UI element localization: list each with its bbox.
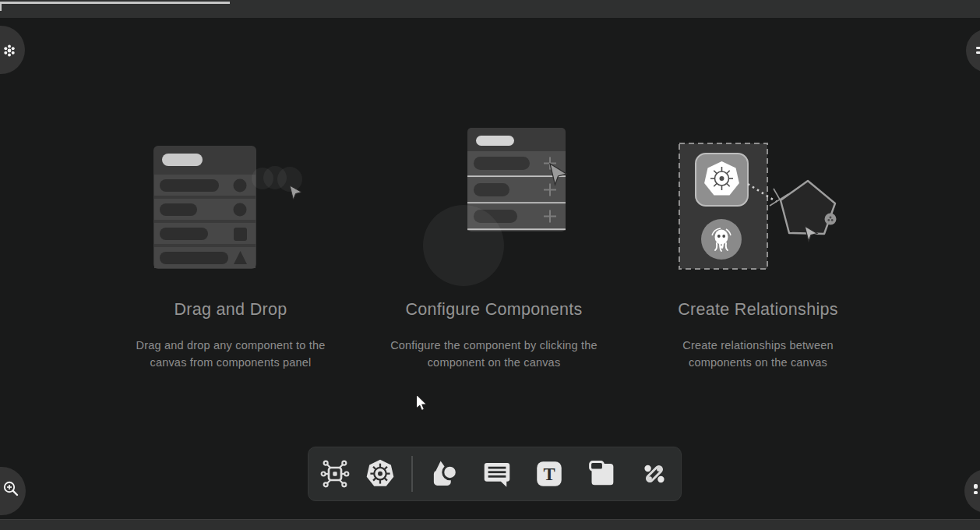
squid-node-graphic [701,219,742,260]
dock-comment-button[interactable] [480,455,514,493]
zoom-in-button[interactable] [0,467,26,515]
zoom-in-icon [2,479,21,499]
svg-text:T: T [544,465,555,484]
dock-components-button[interactable] [318,455,352,493]
canvas-menu-button[interactable] [0,26,25,74]
mouse-cursor [415,394,429,414]
onboarding-card-drag-drop: Drag and Drop Drag and drop any componen… [98,300,363,372]
kubernetes-node-graphic [696,154,748,206]
card-description: Configure the component by clicking the … [384,337,604,372]
dock-note-button[interactable] [585,455,619,493]
dock-kubernetes-button[interactable] [364,455,398,493]
chip-icon [319,458,351,489]
help-button[interactable] [964,469,980,513]
onboarding-card-relationships: Create Relationships Create relationship… [626,300,890,372]
card-description: Drag and drop any component to the canva… [121,337,340,372]
bottom-bar [0,519,980,530]
relationship-illustration [670,137,851,284]
kubernetes-icon [364,458,397,490]
onboarding-card-configure: Configure Components Configure the compo… [361,300,626,372]
shapes-icon [428,458,460,490]
comment-icon [481,458,513,490]
canvas-tools-button[interactable] [966,29,980,72]
configure-illustration [421,123,578,290]
text-icon: T [533,458,566,490]
progress-line [2,2,230,4]
dock-shapes-button[interactable] [427,455,461,493]
flower-icon [2,43,17,58]
clipped-icon [974,483,980,496]
note-icon [586,458,619,490]
clipped-icon [976,45,980,56]
click-ripple [423,205,504,286]
link-icon [638,458,671,490]
progress-tick [0,2,2,11]
card-description: Create relationships between components … [670,337,846,372]
dock-relationship-button[interactable] [637,455,672,493]
dock-divider [411,456,413,492]
canvas-dock: T [308,447,682,501]
pentagon-node-graphic [781,181,837,234]
card-title: Drag and Drop [98,300,363,320]
top-bar [0,0,980,18]
drag-drop-illustration [148,143,313,280]
dock-text-button[interactable]: T [532,455,566,493]
card-title: Configure Components [361,300,626,320]
card-title: Create Relationships [626,300,890,320]
